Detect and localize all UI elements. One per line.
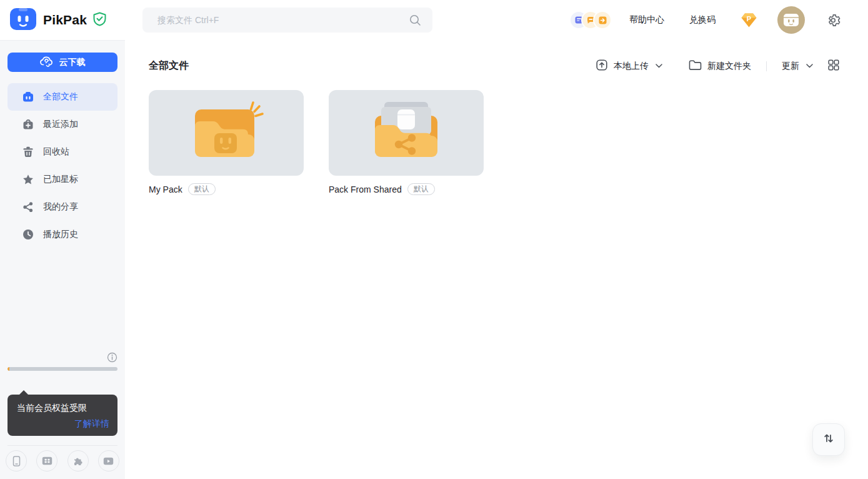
sidebar: 云下载 全部文件 最近添加 [0, 40, 125, 479]
sidebar-item-label: 回收站 [43, 146, 69, 158]
file-meta: Pack From Shared 默认 [329, 183, 484, 195]
premium-gem-badge[interactable]: P [741, 13, 757, 28]
sidebar-item-my-shares[interactable]: 我的分享 [7, 193, 117, 221]
update-label: 更新 [782, 61, 799, 72]
all-files-icon [22, 91, 34, 103]
search-icon [409, 14, 421, 29]
local-upload-label: 本地上传 [614, 61, 649, 72]
mobile-app-icon[interactable] [6, 450, 27, 471]
page-title: 全部文件 [149, 59, 189, 73]
membership-tooltip: 当前会员权益受限 了解详情 [7, 395, 117, 436]
folder-icon [689, 59, 702, 73]
sidebar-divider [7, 445, 117, 446]
upload-icon [596, 59, 608, 73]
folder-thumbnail[interactable] [329, 90, 484, 176]
search-input[interactable] [142, 8, 432, 33]
file-card-my-pack: My Pack 默认 [149, 90, 304, 195]
cloud-download-button[interactable]: 云下载 [7, 53, 117, 72]
toolbar: 本地上传 新建文件夹 更新 [596, 59, 839, 73]
chevron-down-icon [656, 64, 662, 68]
main-content: 全部文件 本地上传 [125, 40, 868, 479]
sidebar-item-recently-added[interactable]: 最近添加 [7, 111, 117, 138]
brand-area[interactable]: PikPak [0, 5, 125, 35]
storage-progress-bar [7, 367, 117, 371]
tv-app-icon[interactable] [36, 450, 57, 471]
sidebar-item-label: 已加星标 [43, 174, 78, 185]
sidebar-item-all-files[interactable]: 全部文件 [7, 83, 117, 111]
sidebar-item-label: 全部文件 [43, 91, 78, 103]
help-center-link[interactable]: 帮助中心 [629, 14, 664, 26]
history-clock-icon [22, 229, 34, 240]
tooltip-title: 当前会员权益受限 [17, 403, 109, 414]
search-bar[interactable] [142, 8, 432, 33]
sidebar-item-recycle-bin[interactable]: 回收站 [7, 138, 117, 166]
sidebar-nav: 全部文件 最近添加 回收站 [0, 83, 125, 248]
sidebar-item-starred[interactable]: 已加星标 [7, 166, 117, 193]
grid-view-toggle[interactable] [828, 59, 839, 73]
svg-text:P: P [747, 14, 751, 22]
arrow-forward-icon [594, 12, 611, 28]
file-card-pack-from-shared: Pack From Shared 默认 [329, 90, 484, 195]
recently-added-icon [22, 119, 34, 130]
file-meta: My Pack 默认 [149, 183, 304, 195]
promo-icons[interactable] [571, 12, 611, 28]
security-shield-icon [93, 12, 106, 29]
user-avatar[interactable] [777, 6, 805, 34]
toolbar-divider [766, 61, 767, 71]
update-button[interactable]: 更新 [782, 61, 813, 72]
default-folder-icon [179, 97, 273, 169]
sidebar-item-play-history[interactable]: 播放历史 [7, 221, 117, 248]
default-badge: 默认 [407, 183, 435, 195]
content-header: 全部文件 本地上传 [125, 40, 868, 73]
new-folder-label: 新建文件夹 [707, 61, 751, 72]
sidebar-item-label: 最近添加 [43, 119, 78, 130]
redeem-code-link[interactable]: 兑换码 [689, 14, 716, 26]
file-name[interactable]: My Pack [149, 184, 182, 194]
header-right: 帮助中心 兑换码 P [571, 6, 868, 34]
file-name[interactable]: Pack From Shared [329, 184, 402, 194]
shared-folder-icon [359, 97, 453, 169]
sidebar-item-label: 我的分享 [43, 201, 78, 213]
settings-gear-icon[interactable] [826, 13, 841, 28]
video-channel-icon[interactable] [98, 450, 119, 471]
cloud-link-icon [40, 56, 54, 69]
cloud-download-label: 云下载 [59, 57, 86, 68]
star-icon [22, 174, 34, 185]
file-grid: My Pack 默认 [149, 90, 868, 195]
sort-arrows-icon [822, 431, 836, 448]
local-upload-button[interactable]: 本地上传 [596, 59, 662, 73]
new-folder-button[interactable]: 新建文件夹 [689, 59, 751, 73]
grid-view-icon [828, 59, 839, 73]
trash-icon [22, 146, 34, 158]
pikpak-logo-icon [9, 5, 37, 35]
default-badge: 默认 [188, 183, 216, 195]
browser-extension-icon[interactable] [67, 450, 89, 471]
chevron-down-icon [806, 64, 813, 68]
storage-progress-fill [7, 367, 9, 371]
sort-order-button[interactable] [812, 423, 845, 456]
learn-more-link[interactable]: 了解详情 [74, 418, 109, 430]
brand-name: PikPak [43, 13, 87, 28]
sidebar-item-label: 播放历史 [43, 229, 78, 240]
top-header: PikPak 帮助中心 [0, 0, 868, 40]
folder-thumbnail[interactable] [149, 90, 304, 176]
quota-info-icon[interactable] [107, 352, 117, 365]
sidebar-footer-icons [0, 450, 125, 471]
share-icon [22, 201, 34, 213]
